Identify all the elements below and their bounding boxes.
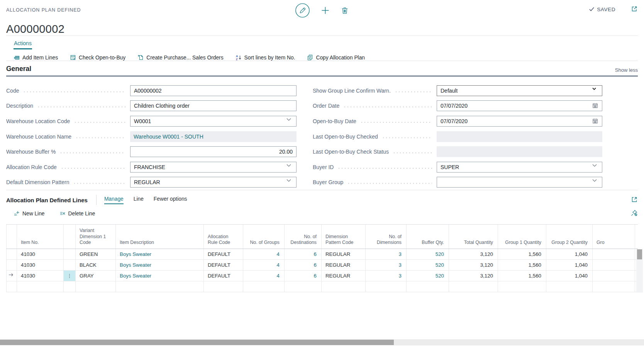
header-cell-no-of-destinations[interactable]: No. of Destinations: [285, 225, 322, 249]
cell-group-1-quantity[interactable]: 1,560: [498, 249, 546, 259]
cell-total-quantity[interactable]: 3,120: [449, 260, 498, 270]
header-cell-allocation-rule-code[interactable]: Allocation Rule Code: [204, 225, 243, 249]
cell-value[interactable]: REGULAR: [325, 251, 350, 257]
cell-value[interactable]: 3,120: [480, 251, 493, 257]
cell-col-2[interactable]: [64, 281, 76, 292]
popout-button[interactable]: [631, 5, 638, 14]
header-cell-total-quantity[interactable]: Total Quantity: [449, 225, 498, 249]
cell-no-of-groups[interactable]: 4: [243, 271, 285, 281]
cell-link[interactable]: 520: [436, 262, 444, 268]
header-cell-no-of-groups[interactable]: No. of Groups: [243, 225, 285, 249]
show-less-link[interactable]: Show less: [615, 67, 638, 73]
toolbar-button-add-item-lines[interactable]: Add Item Lines: [14, 54, 58, 61]
cell-gro[interactable]: [593, 260, 635, 270]
order-date-date-input[interactable]: 07/07/2020: [437, 100, 602, 111]
tab-manage[interactable]: Manage: [104, 196, 124, 204]
cell-item-description[interactable]: [116, 281, 204, 292]
cell-link[interactable]: 3: [399, 251, 402, 257]
cell-group-1-quantity[interactable]: [498, 281, 546, 292]
tab-fewer-options[interactable]: Fewer options: [154, 196, 187, 204]
cell-group-2-quantity[interactable]: 1,040: [546, 271, 593, 281]
cell-item-no[interactable]: [17, 281, 64, 292]
cell-no-of-dimensions[interactable]: 3: [366, 249, 407, 259]
cell-dimension-pattern-code[interactable]: REGULAR: [322, 271, 366, 281]
cell-item-no[interactable]: 41030: [17, 249, 64, 259]
cell-no-of-groups[interactable]: 4: [243, 249, 285, 259]
allocation-rule-code-dropdown[interactable]: FRANCHISE: [130, 162, 297, 173]
header-cell-gro[interactable]: Gro: [593, 225, 635, 249]
header-cell-2[interactable]: [64, 225, 76, 249]
cell-allocation-rule-code[interactable]: [204, 281, 243, 292]
cell-allocation-rule-code[interactable]: DEFAULT: [204, 271, 243, 281]
cell-item-description[interactable]: Boys Sweater: [116, 271, 204, 281]
cell-item-no[interactable]: 41030: [17, 271, 64, 281]
cell-no-of-dimensions[interactable]: [366, 281, 407, 292]
cell-link[interactable]: 3: [399, 273, 402, 279]
header-cell-group-1-quantity[interactable]: Group 1 Quantity: [498, 225, 546, 249]
buyer-group-dropdown[interactable]: [437, 177, 602, 188]
tab-actions[interactable]: Actions: [14, 39, 32, 49]
cell-variant-dimension-1-code[interactable]: GREEN: [76, 249, 116, 259]
header-cell-no-of-dimensions[interactable]: No. of Dimensions: [366, 225, 407, 249]
cell-value[interactable]: REGULAR: [325, 262, 350, 268]
cell-group-1-quantity[interactable]: 1,560: [498, 260, 546, 270]
cell-dimension-pattern-code[interactable]: REGULAR: [322, 249, 366, 259]
cell-col-0[interactable]: [6, 281, 17, 292]
cell-link[interactable]: 4: [277, 273, 280, 279]
unpin-button[interactable]: [630, 209, 638, 218]
cell-no-of-destinations[interactable]: 6: [285, 271, 322, 281]
cell-link[interactable]: 520: [436, 251, 444, 257]
cell-variant-dimension-1-code[interactable]: GRAY: [76, 271, 116, 281]
cell-col-2[interactable]: ⋮: [64, 271, 76, 281]
cell-value[interactable]: BLACK: [80, 262, 97, 268]
show-group-line-confirm-warn-select[interactable]: Default: [437, 85, 602, 96]
cell-link[interactable]: 6: [314, 251, 317, 257]
cell-link[interactable]: 4: [277, 251, 280, 257]
cell-link[interactable]: Boys Sweater: [120, 251, 151, 257]
warehouse-buffer-pct-input[interactable]: 20.00: [130, 146, 297, 157]
header-cell-dimension-pattern-code[interactable]: Dimension Pattern Code: [322, 225, 366, 249]
cell-no-of-groups[interactable]: [243, 281, 285, 292]
cell-total-quantity[interactable]: [449, 281, 498, 292]
cell-gro[interactable]: [593, 249, 635, 259]
cell-value[interactable]: 1,560: [529, 273, 541, 279]
toolbar-button-copy-allocation-plan[interactable]: Copy Allocation Plan: [307, 54, 365, 61]
cell-group-1-quantity[interactable]: 1,560: [498, 271, 546, 281]
cell-no-of-groups[interactable]: 4: [243, 260, 285, 270]
header-cell-item-no[interactable]: Item No.: [17, 225, 64, 249]
toolbar-button-create-purchase-sales-orders[interactable]: Create Purchase... Sales Orders: [137, 54, 223, 61]
delete-line-button[interactable]: Delete Line: [59, 210, 95, 217]
horizontal-scrollbar-thumb[interactable]: [0, 340, 394, 345]
row-options-button[interactable]: ⋮: [67, 273, 72, 278]
cell-allocation-rule-code[interactable]: DEFAULT: [204, 249, 243, 259]
cell-value[interactable]: 1,040: [575, 251, 588, 257]
cell-value[interactable]: 41030: [21, 251, 35, 257]
toolbar-button-sort-lines-by-item-no[interactable]: AZSort lines by Item No.: [236, 54, 295, 61]
cell-dimension-pattern-code[interactable]: [322, 281, 366, 292]
cell-value[interactable]: 3,120: [480, 273, 493, 279]
cell-col-2[interactable]: [64, 249, 76, 259]
cell-no-of-destinations[interactable]: 6: [285, 260, 322, 270]
cell-value[interactable]: 1,560: [529, 251, 541, 257]
cell-link[interactable]: 4: [277, 262, 280, 268]
cell-value[interactable]: 1,040: [575, 262, 588, 268]
cell-no-of-destinations[interactable]: 6: [285, 249, 322, 259]
cell-item-description[interactable]: Boys Sweater: [116, 260, 204, 270]
header-cell-group-2-quantity[interactable]: Group 2 Quantity: [546, 225, 593, 249]
edit-button[interactable]: [295, 3, 310, 19]
cell-link[interactable]: 6: [314, 262, 317, 268]
cell-link[interactable]: Boys Sweater: [120, 262, 151, 268]
cell-buffer-qty[interactable]: 520: [407, 249, 449, 259]
default-dimension-pattern-dropdown[interactable]: REGULAR: [130, 177, 297, 188]
cell-gro[interactable]: [593, 281, 635, 292]
cell-total-quantity[interactable]: 3,120: [449, 249, 498, 259]
cell-allocation-rule-code[interactable]: DEFAULT: [204, 260, 243, 270]
cell-buffer-qty[interactable]: [407, 281, 449, 292]
cell-link[interactable]: 3: [399, 262, 402, 268]
new-record-button[interactable]: [321, 6, 330, 16]
cell-value[interactable]: DEFAULT: [208, 251, 230, 257]
cell-no-of-destinations[interactable]: [285, 281, 322, 292]
new-line-button[interactable]: New Line: [14, 210, 45, 217]
cell-gro[interactable]: [593, 271, 635, 281]
vertical-scrollbar-thumb[interactable]: [637, 249, 642, 259]
